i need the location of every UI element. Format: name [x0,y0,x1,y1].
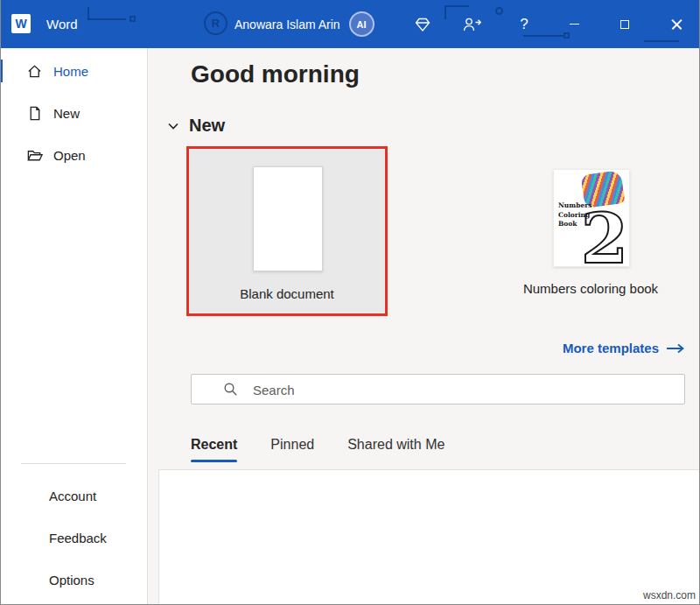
maximize-icon [620,20,629,29]
blank-page-preview [253,166,323,271]
sidebar: Home New Open Account Feedback Options [0,48,148,605]
sidebar-footer: Account Feedback Options [0,475,147,601]
home-icon [26,63,43,80]
main-content: Good morning New Blank document 2 Number… [148,48,700,605]
greeting-heading: Good morning [191,60,360,88]
new-document-icon [26,105,43,122]
avatar[interactable]: AI [349,11,374,37]
tab-recent[interactable]: Recent [191,437,237,462]
tab-shared-with-me[interactable]: Shared with Me [347,437,444,462]
template-card-blank-document[interactable]: Blank document [186,146,388,316]
recent-documents-panel [158,469,700,605]
sidebar-item-options[interactable]: Options [0,559,147,601]
app-title: Word [46,0,78,48]
open-folder-icon [26,147,43,164]
word-logo[interactable]: W [11,14,31,33]
sidebar-nav: Home New Open [0,48,147,176]
minimize-button[interactable] [554,0,595,48]
premium-diamond-icon [414,16,431,33]
search-box [191,374,685,405]
help-button[interactable]: ? [506,0,542,48]
share-contact-icon [462,16,482,33]
circuit-decoration [88,18,126,20]
sidebar-item-label: Home [53,64,88,79]
window-edge [0,0,1,605]
circuit-decoration [444,5,446,19]
sidebar-item-label: Open [53,148,86,163]
sidebar-item-feedback[interactable]: Feedback [0,517,147,559]
circuit-decoration [130,16,136,22]
premium-diamond-button[interactable] [404,0,441,48]
search-icon [223,382,238,397]
new-section-title: New [189,116,225,136]
template-card-numbers-coloring-book[interactable]: 2 Numbers Coloring Book [553,169,630,267]
arrow-right-icon [666,343,685,354]
template-label: Numbers coloring book [512,281,669,296]
new-section-header: New [167,116,225,136]
template-label: Blank document [189,286,385,301]
sidebar-item-account[interactable]: Account [0,475,147,517]
circuit-decoration [495,7,503,15]
share-contact-button[interactable] [453,0,490,48]
more-templates-link[interactable]: More templates [563,341,685,355]
close-button[interactable] [654,0,700,48]
word-start-screen: R W Word Anowara Islam Arin AI ? [0,0,700,605]
search-input[interactable] [251,375,677,405]
watermark-text: wsxdn.com [643,589,696,601]
sidebar-item-open[interactable]: Open [0,134,147,176]
document-tabs: Recent Pinned Shared with Me [191,437,444,462]
sidebar-item-label: New [53,106,80,121]
maximize-button[interactable] [604,0,645,48]
registered-mark-decoration: R [204,11,228,35]
minimize-icon [570,24,579,25]
close-icon [670,18,683,31]
titlebar: R W Word Anowara Islam Arin AI ? [0,0,700,48]
coloring-book-title: Numbers Coloring Book [558,201,593,229]
account-menu[interactable]: Anowara Islam Arin AI [234,0,374,48]
sidebar-item-home[interactable]: Home [0,50,147,92]
sidebar-item-new[interactable]: New [0,92,147,134]
tab-pinned[interactable]: Pinned [270,437,314,462]
circuit-decoration [88,7,89,19]
sidebar-separator [21,463,126,464]
more-templates-label: More templates [563,341,659,355]
account-name: Anowara Islam Arin [234,18,340,32]
chevron-down-icon[interactable] [167,121,179,131]
